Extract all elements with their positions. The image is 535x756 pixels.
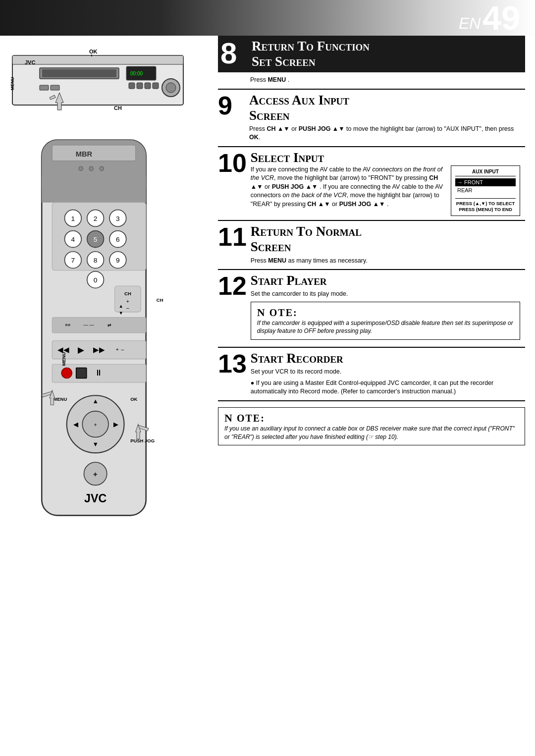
remote-device: MBR 1 2 3 4 5 6 7 8 [15, 135, 183, 531]
left-column: JVC 00:00 OK CH MENU [0, 36, 213, 756]
svg-text:▶: ▶ [113, 421, 118, 428]
svg-point-24 [79, 166, 83, 170]
svg-text:–: – [121, 346, 124, 352]
svg-text:MENU: MENU [61, 352, 66, 366]
svg-text:⇄: ⇄ [107, 322, 111, 327]
step-9-desc: Press CH ▲▼ or PUSH JOG ▲▼ to move the h… [249, 125, 520, 142]
svg-point-65 [61, 368, 72, 378]
step-12-number: 12 [218, 273, 247, 299]
svg-text:5: 5 [94, 236, 98, 243]
svg-text:OK: OK [89, 49, 98, 54]
svg-rect-1 [12, 55, 183, 64]
svg-text:▲: ▲ [92, 398, 99, 405]
svg-rect-9 [145, 83, 151, 89]
step-13-desc: Set your VCR to its record mode. [251, 368, 520, 377]
right-column: 8 Return To FunctionSet Screen Press MEN… [213, 36, 535, 756]
svg-rect-14 [51, 85, 59, 90]
step-10-content: Select Input If you are connecting the A… [251, 150, 520, 216]
step-10-body: If you are connecting the AV cable to th… [251, 165, 520, 216]
step-12-note: N OTE: If the camcorder is equipped with… [251, 302, 520, 340]
svg-text:JVC: JVC [84, 492, 107, 505]
step-12-note-text: If the camcorder is equipped with a supe… [257, 319, 514, 336]
svg-text:PUSH JOG: PUSH JOG [130, 438, 155, 443]
aux-input-title: AUX INPUT [455, 169, 516, 176]
header-bar: EN 49 [0, 0, 535, 36]
svg-point-26 [100, 166, 104, 170]
step-12-note-title: N OTE: [257, 306, 514, 319]
svg-rect-21 [42, 176, 146, 203]
svg-text:CH: CH [114, 105, 122, 111]
aux-input-box: AUX INPUT → FRONT REAR PRESS (▲,▼) TO SE… [451, 165, 520, 216]
svg-text:▶▶: ▶▶ [93, 346, 105, 354]
aux-input-footer: PRESS (▲,▼) TO SELECTPRESS (MENU) TO END [455, 198, 516, 213]
step-12-title: Start Player [251, 273, 520, 288]
svg-text:MENU: MENU [53, 396, 67, 402]
step-13-number: 13 [218, 351, 247, 377]
step-10-text: If you are connecting the AV cable to th… [251, 165, 446, 216]
svg-text:≡≡: ≡≡ [65, 322, 71, 327]
svg-text:+: + [116, 346, 119, 352]
step-9-title: Access Aux InputScreen [249, 93, 520, 123]
step-8-number: 8 [218, 39, 248, 68]
step-13-section: 13 Start Recorder Set your VCR to its re… [218, 348, 525, 401]
page-number: 49 [482, 1, 520, 35]
step-13-title: Start Recorder [251, 351, 520, 366]
step-8-desc: Press MENU . [250, 76, 289, 83]
vcr-device: JVC 00:00 OK CH MENU [10, 46, 188, 115]
svg-text:–: – [126, 305, 129, 311]
svg-point-12 [166, 83, 176, 93]
svg-text:8: 8 [94, 257, 98, 264]
svg-rect-22 [52, 145, 135, 161]
svg-text:◀: ◀ [73, 421, 78, 428]
svg-text:MENU: MENU [10, 77, 15, 91]
svg-text:6: 6 [116, 236, 120, 243]
svg-text:▲: ▲ [119, 303, 123, 309]
svg-text:+: + [126, 298, 129, 304]
step-8-title: Return To FunctionSet Screen [252, 39, 520, 69]
step-9-section: 9 Access Aux InputScreen Press CH ▲▼ or … [218, 90, 525, 147]
svg-text:9: 9 [116, 257, 120, 264]
svg-text:▼: ▼ [92, 441, 99, 448]
svg-text:1: 1 [71, 215, 75, 222]
svg-text:JVC: JVC [25, 59, 35, 65]
svg-rect-13 [40, 85, 49, 90]
step-11-title: Return To NormalScreen [251, 224, 520, 255]
step-11-section: 11 Return To NormalScreen Press MENU as … [218, 221, 525, 270]
step-10-section: 10 Select Input If you are connecting th… [218, 147, 525, 221]
svg-text:CH: CH [157, 297, 163, 303]
step-13-bullet: ● If you are using a Master Edit Control… [251, 379, 520, 396]
step-13-content: Start Recorder Set your VCR to its recor… [251, 351, 520, 396]
step-10-desc: If you are connecting the AV cable to th… [251, 166, 443, 208]
aux-input-rear-option: REAR [455, 186, 516, 194]
svg-text:▼: ▼ [119, 310, 123, 316]
en-label: EN [459, 14, 481, 33]
step-11-number: 11 [218, 224, 247, 250]
step-12-content: Start Player Set the camcorder to its pl… [251, 273, 520, 343]
svg-text:7: 7 [71, 257, 75, 264]
step-8-section: 8 Return To FunctionSet Screen [218, 36, 525, 72]
svg-text:2: 2 [94, 215, 98, 222]
step-11-content: Return To NormalScreen Press MENU as man… [251, 224, 520, 265]
step-10-title: Select Input [251, 150, 520, 165]
svg-text:MBR: MBR [76, 150, 93, 158]
step-8-desc-row: Press MENU . [218, 72, 525, 90]
svg-text:OK: OK [130, 396, 137, 402]
svg-text:0: 0 [94, 276, 98, 284]
svg-rect-4 [42, 69, 116, 77]
svg-rect-10 [153, 83, 159, 89]
step-12-desc: Set the camcorder to its play mode. [251, 290, 520, 299]
step-10-number: 10 [218, 150, 247, 176]
step-8-content: Return To FunctionSet Screen [252, 39, 520, 69]
svg-text:▶: ▶ [78, 345, 85, 355]
step-11-desc: Press MENU as many times as necessary. [251, 257, 520, 266]
step-9-number: 9 [218, 93, 245, 118]
svg-text:4: 4 [71, 236, 75, 243]
step-12-section: 12 Start Player Set the camcorder to its… [218, 270, 525, 348]
bottom-note-text: If you use an auxiliary input to connect… [224, 425, 519, 441]
svg-text:+: + [94, 422, 97, 428]
svg-text:—  —: — — [83, 322, 94, 327]
bottom-note-title: N OTE: [224, 412, 519, 425]
bottom-note: N OTE: If you use an auxiliary input to … [218, 407, 525, 446]
svg-rect-66 [76, 368, 87, 378]
svg-text:3: 3 [116, 215, 120, 222]
